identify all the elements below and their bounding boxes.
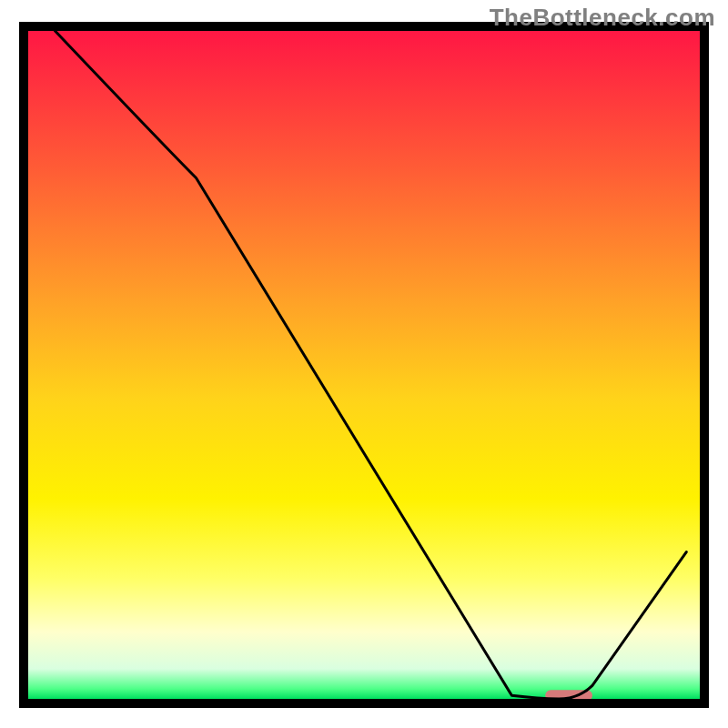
- attribution-watermark: TheBottleneck.com: [490, 4, 715, 32]
- plot-area: [28, 31, 700, 699]
- chart-container: { "attribution": "TheBottleneck.com", "c…: [0, 0, 728, 728]
- bottleneck-curve-chart: [0, 0, 728, 728]
